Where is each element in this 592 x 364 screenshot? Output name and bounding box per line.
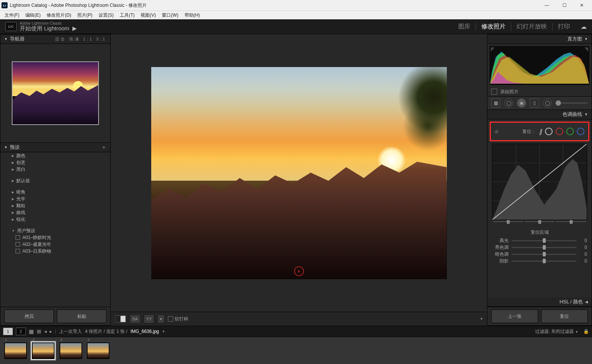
collapse-arrow-icon: ▼: [4, 37, 8, 41]
thumbnail[interactable]: 4: [86, 342, 110, 359]
preset-group[interactable]: ▶黑白: [0, 166, 110, 173]
tonecurve-channel-highlight: ◎ 复位： ∥: [490, 122, 589, 141]
darks-slider[interactable]: 暗色调0: [487, 251, 592, 258]
previous-button[interactable]: 上一张: [491, 309, 538, 323]
grid-view-icon[interactable]: ▦: [29, 328, 34, 334]
tonecurve-header[interactable]: 色调曲线▼: [487, 110, 592, 119]
target-adjust-icon[interactable]: ◎: [495, 129, 498, 134]
preset-item[interactable]: A03–日系静物: [0, 248, 110, 255]
parametric-channel-icon[interactable]: ∥: [539, 128, 542, 135]
gradient-tool-icon[interactable]: ▯: [530, 98, 539, 108]
crop-tool-icon[interactable]: ▦: [491, 98, 500, 108]
window-title: Lightroom Catalog - Adobe Photoshop Ligh…: [10, 2, 147, 9]
preset-group[interactable]: ▶颜色: [0, 152, 110, 159]
collapse-arrow-icon: ▼: [4, 145, 8, 149]
menu-window[interactable]: 窗口(W): [159, 12, 181, 19]
preset-group[interactable]: ▶锐化: [0, 216, 110, 223]
before-after-dropdown[interactable]: ▾: [157, 314, 165, 323]
tonecurve-graph[interactable]: [492, 144, 587, 220]
image-canvas-area[interactable]: ♦: [111, 34, 487, 312]
app-subtitle[interactable]: 开始使用 Lightroom ▶: [20, 25, 77, 32]
luma-channel-icon[interactable]: [545, 128, 553, 135]
loupe-view-button[interactable]: [114, 314, 127, 323]
soft-proof-checkbox[interactable]: 软打样: [168, 316, 188, 322]
histogram-display[interactable]: [490, 46, 589, 85]
thumbnail[interactable]: 1: [4, 342, 27, 359]
navigator-header[interactable]: ▼ 导航器 适合 填满 1:1 3:1: [0, 34, 110, 44]
hsl-header[interactable]: HSL / 颜色◀: [487, 297, 592, 307]
monitor-2-button[interactable]: 2: [16, 328, 26, 335]
menu-file[interactable]: 文件(F): [2, 12, 22, 19]
preset-item[interactable]: A02–盛夏光年: [0, 241, 110, 248]
menu-edit[interactable]: 编辑(E): [22, 12, 44, 19]
module-print[interactable]: 打印: [553, 23, 575, 31]
nav-forward-icon[interactable]: ▸: [50, 329, 52, 334]
mask-amount-slider[interactable]: [556, 102, 588, 104]
cloud-sync-icon[interactable]: ☁: [581, 23, 587, 30]
add-preset-icon[interactable]: ＋: [101, 144, 106, 151]
filter-controls[interactable]: 过滤器: 关闭过滤器 ▼ 🔒: [535, 328, 589, 335]
blue-channel-icon[interactable]: [577, 128, 584, 135]
svg-marker-5: [491, 47, 495, 52]
original-photo-toggle[interactable]: 原始照片: [487, 87, 592, 97]
zoom-options[interactable]: 适合 填满 1:1 3:1: [55, 36, 106, 42]
redeye-tool-icon[interactable]: ◉: [517, 98, 526, 108]
copy-button[interactable]: 拷贝: [4, 309, 54, 323]
filmstrip-thumbnails[interactable]: 1 2 3 4: [0, 337, 592, 364]
navigator-preview[interactable]: [0, 44, 110, 143]
menu-develop[interactable]: 修改照片(D): [44, 12, 74, 19]
center-panel: ♦ BA YY ▾ 软打样 ▼: [111, 34, 487, 326]
presets-title: 预设: [10, 144, 20, 151]
preset-group[interactable]: ▶暗角: [0, 189, 110, 195]
main-photo: ♦: [151, 67, 447, 279]
spot-removal-icon[interactable]: ◯: [504, 98, 513, 108]
close-button[interactable]: ✕: [573, 0, 590, 11]
thumbnail[interactable]: 3: [59, 342, 83, 359]
navigator-title: 导航器: [10, 36, 25, 42]
preset-group[interactable]: ▶创意: [0, 159, 110, 166]
preset-group[interactable]: ▶光学: [0, 195, 110, 202]
menu-photo[interactable]: 照片(P): [74, 12, 96, 19]
grid-mode-icon[interactable]: ⊞: [37, 328, 41, 334]
breadcrumb-filename: IMG_6636.jpg: [130, 329, 159, 334]
menu-help[interactable]: 帮助(H): [182, 12, 203, 19]
before-after-button[interactable]: BA: [130, 314, 141, 323]
photo-badge-icon: ♦: [294, 266, 304, 276]
toolbar-options-dropdown[interactable]: ▼: [480, 317, 483, 321]
menu-settings[interactable]: 设置(S): [96, 12, 117, 19]
lights-slider[interactable]: 亮色调0: [487, 244, 592, 251]
green-channel-icon[interactable]: [566, 128, 574, 135]
shadows-slider[interactable]: 阴影0: [487, 258, 592, 264]
nav-back-icon[interactable]: ◂: [44, 329, 47, 334]
histogram-header[interactable]: 直方图▼: [487, 34, 592, 44]
menu-tools[interactable]: 工具(T): [117, 12, 138, 19]
filter-lock-icon[interactable]: 🔒: [583, 329, 589, 334]
minimize-button[interactable]: —: [538, 0, 556, 11]
before-after-split-button[interactable]: YY: [144, 314, 155, 323]
reset-button[interactable]: 复位: [541, 309, 588, 323]
monitor-1-button[interactable]: 1: [3, 328, 13, 335]
checkbox-icon: [491, 89, 497, 95]
breadcrumb-source[interactable]: 上一次导入: [59, 328, 82, 335]
module-library[interactable]: 图库: [453, 23, 476, 31]
maximize-button[interactable]: ☐: [556, 0, 573, 11]
thumbnail-selected[interactable]: 2: [31, 342, 55, 360]
module-slideshow[interactable]: 幻灯片放映: [511, 23, 553, 31]
highlights-slider[interactable]: 高光0: [487, 237, 592, 244]
collapse-arrow-icon: ◀: [585, 300, 588, 304]
user-presets-group[interactable]: ▼用户预设: [0, 227, 110, 234]
module-develop[interactable]: 修改照片: [476, 23, 511, 31]
radial-tool-icon[interactable]: ◯: [543, 98, 552, 108]
lrc-logo: LrC: [5, 22, 17, 31]
preset-group[interactable]: ▶曲线: [0, 209, 110, 216]
menu-view[interactable]: 视图(V): [138, 12, 159, 19]
preset-group[interactable]: ▶默认值: [0, 177, 110, 184]
red-channel-icon[interactable]: [556, 128, 563, 135]
module-picker: 图库 修改照片 幻灯片放映 打印: [453, 23, 575, 31]
preset-item[interactable]: A01–静默时光: [0, 234, 110, 241]
preset-group[interactable]: ▶颗粒: [0, 202, 110, 209]
paste-button[interactable]: 粘贴: [57, 309, 106, 323]
presets-header[interactable]: ▼ 预设 ＋: [0, 143, 110, 152]
develop-tools: ▦ ◯ ◉ ▯ ◯: [487, 97, 592, 110]
filmstrip: 1 2 ▦ ⊞ ◂ ▸ | 上一次导入 4 张照片 / 选定 1 张 / IMG…: [0, 326, 592, 364]
